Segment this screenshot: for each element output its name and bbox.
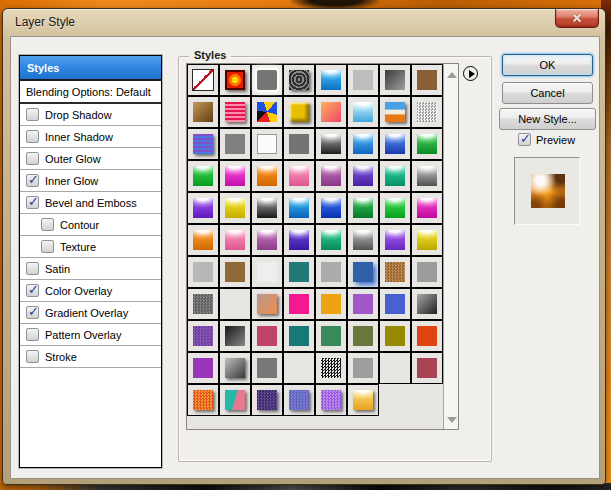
style-swatch-r7c8[interactable] — [411, 256, 443, 288]
style-swatch-r7c1[interactable] — [187, 256, 219, 288]
style-swatch-r4c6[interactable] — [347, 160, 379, 192]
style-swatch-r6c1[interactable] — [187, 224, 219, 256]
style-swatch-r11c1[interactable] — [187, 384, 219, 416]
style-swatch-r4c8[interactable] — [411, 160, 443, 192]
style-swatch-r7c3[interactable] — [251, 256, 283, 288]
effect-row-drop-shadow[interactable]: Drop Shadow — [20, 104, 161, 126]
style-swatch-r4c3[interactable] — [251, 160, 283, 192]
style-swatch-r9c2[interactable] — [219, 320, 251, 352]
style-swatch-r1c4[interactable] — [283, 64, 315, 96]
effect-row-satin[interactable]: Satin — [20, 258, 161, 280]
effect-checkbox[interactable] — [26, 262, 39, 275]
swatch-scrollbar[interactable] — [443, 64, 458, 429]
effect-checkbox[interactable] — [41, 240, 54, 253]
style-swatch-r1c8[interactable] — [411, 64, 443, 96]
style-swatch-r4c1[interactable] — [187, 160, 219, 192]
style-swatch-r6c2[interactable] — [219, 224, 251, 256]
style-swatch-r5c1[interactable] — [187, 192, 219, 224]
effect-checkbox[interactable] — [26, 328, 39, 341]
effect-row-pattern-overlay[interactable]: Pattern Overlay — [20, 324, 161, 346]
style-swatch-r4c2[interactable] — [219, 160, 251, 192]
effect-checkbox[interactable] — [41, 218, 54, 231]
style-swatch-r1c7[interactable] — [379, 64, 411, 96]
style-swatch-r2c7[interactable] — [379, 96, 411, 128]
title-bar[interactable]: Layer Style — [3, 9, 605, 36]
style-swatch-r7c4[interactable] — [283, 256, 315, 288]
effect-row-contour[interactable]: Contour — [20, 214, 161, 236]
style-swatch-r3c2[interactable] — [219, 128, 251, 160]
effect-row-outer-glow[interactable]: Outer Glow — [20, 148, 161, 170]
style-swatch-r11c4[interactable] — [283, 384, 315, 416]
style-swatch-r3c1[interactable] — [187, 128, 219, 160]
style-swatch-r1c6[interactable] — [347, 64, 379, 96]
style-swatch-r9c8[interactable] — [411, 320, 443, 352]
style-swatch-r1c3[interactable] — [251, 64, 283, 96]
style-swatch-r2c3[interactable] — [251, 96, 283, 128]
effect-checkbox[interactable]: ✓ — [26, 306, 39, 319]
style-swatch-r8c1[interactable] — [187, 288, 219, 320]
style-swatch-r2c5[interactable] — [315, 96, 347, 128]
effect-checkbox[interactable]: ✓ — [26, 196, 39, 209]
style-swatch-r5c5[interactable] — [315, 192, 347, 224]
style-swatch-r9c4[interactable] — [283, 320, 315, 352]
style-swatch-r8c5[interactable] — [315, 288, 347, 320]
list-item-styles[interactable]: Styles — [20, 56, 161, 81]
effect-row-stroke[interactable]: Stroke — [20, 346, 161, 368]
style-swatch-r10c4[interactable] — [283, 352, 315, 384]
style-swatch-r5c3[interactable] — [251, 192, 283, 224]
style-swatch-r8c6[interactable] — [347, 288, 379, 320]
style-swatch-r9c1[interactable] — [187, 320, 219, 352]
style-swatch-r3c3[interactable] — [251, 128, 283, 160]
style-swatch-r6c6[interactable] — [347, 224, 379, 256]
style-swatch-r4c7[interactable] — [379, 160, 411, 192]
effect-checkbox[interactable]: ✓ — [26, 284, 39, 297]
style-swatch-r10c8[interactable] — [411, 352, 443, 384]
style-swatch-r3c8[interactable] — [411, 128, 443, 160]
style-swatch-r10c5[interactable] — [315, 352, 347, 384]
style-swatch-r4c5[interactable] — [315, 160, 347, 192]
style-swatch-r3c5[interactable] — [315, 128, 347, 160]
style-swatch-r9c5[interactable] — [315, 320, 347, 352]
style-swatch-r5c2[interactable] — [219, 192, 251, 224]
style-swatch-r11c6[interactable] — [347, 384, 379, 416]
style-swatch-r9c7[interactable] — [379, 320, 411, 352]
style-swatch-r10c3[interactable] — [251, 352, 283, 384]
style-swatch-r10c7[interactable] — [379, 352, 411, 384]
style-swatch-r5c6[interactable] — [347, 192, 379, 224]
style-swatch-r6c4[interactable] — [283, 224, 315, 256]
preview-checkbox[interactable]: ✓ — [518, 133, 531, 146]
style-swatch-r1c2[interactable] — [219, 64, 251, 96]
style-swatch-r4c4[interactable] — [283, 160, 315, 192]
style-swatch-r6c3[interactable] — [251, 224, 283, 256]
style-swatch-r2c8[interactable] — [411, 96, 443, 128]
effect-row-inner-shadow[interactable]: Inner Shadow — [20, 126, 161, 148]
style-swatch-r2c1[interactable] — [187, 96, 219, 128]
effect-row-gradient-overlay[interactable]: ✓Gradient Overlay — [20, 302, 161, 324]
style-swatch-r3c7[interactable] — [379, 128, 411, 160]
style-swatch-r8c2[interactable] — [219, 288, 251, 320]
style-swatch-r10c1[interactable] — [187, 352, 219, 384]
style-swatch-r9c3[interactable] — [251, 320, 283, 352]
effect-row-texture[interactable]: Texture — [20, 236, 161, 258]
styles-menu-button[interactable] — [463, 66, 478, 81]
effect-checkbox[interactable] — [26, 152, 39, 165]
effect-checkbox[interactable] — [26, 350, 39, 363]
scroll-up-icon[interactable] — [447, 72, 457, 78]
style-swatch-r8c3[interactable] — [251, 288, 283, 320]
style-swatch-r6c8[interactable] — [411, 224, 443, 256]
effect-row-bevel-and-emboss[interactable]: ✓Bevel and Emboss — [20, 192, 161, 214]
style-swatch-r7c7[interactable] — [379, 256, 411, 288]
effect-checkbox[interactable]: ✓ — [26, 174, 39, 187]
style-swatch-r7c5[interactable] — [315, 256, 347, 288]
effect-checkbox[interactable] — [26, 130, 39, 143]
style-swatch-r8c7[interactable] — [379, 288, 411, 320]
style-swatch-r11c3[interactable] — [251, 384, 283, 416]
style-swatch-r10c2[interactable] — [219, 352, 251, 384]
style-swatch-r11c2[interactable] — [219, 384, 251, 416]
style-swatch-r3c4[interactable] — [283, 128, 315, 160]
style-swatch-r10c6[interactable] — [347, 352, 379, 384]
style-swatch-r6c5[interactable] — [315, 224, 347, 256]
style-swatch-r3c6[interactable] — [347, 128, 379, 160]
new-style-button[interactable]: New Style... — [499, 108, 596, 130]
list-item-blending-options[interactable]: Blending Options: Default — [20, 81, 161, 104]
